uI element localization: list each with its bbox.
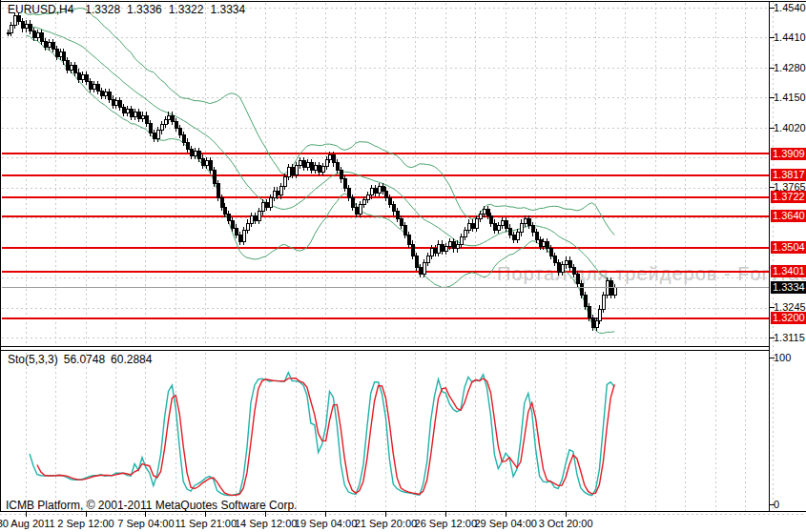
stochastic-d-value: 60.2884 (111, 353, 152, 366)
level-price-label: 1.3200 (771, 312, 806, 324)
symbol-period-label: EURUSD,H4 (8, 3, 73, 16)
copyright-label: ICMB Platform, © 2001-2011 MetaQuotes So… (6, 499, 297, 512)
stochastic-indicator-label: Sto(5,3,3)56.074860.2884 (8, 353, 157, 366)
level-price-label: 1.3817 (771, 169, 806, 181)
stochastic-k-value: 56.0748 (64, 353, 105, 366)
ohlc-high: 1.3336 (127, 3, 162, 16)
stochastic-axis-label: 100 (774, 352, 791, 364)
ohlc-close: 1.3334 (210, 3, 245, 16)
chart-window: Портал для трейдеров - ForTrader.ru EURU… (0, 0, 806, 532)
price-axis-label: 1.4280 (774, 62, 806, 74)
level-price-label: 1.3909 (771, 148, 806, 160)
time-axis-label: 19 Sep 04:00 (295, 518, 357, 529)
time-axis-label: 26 Sep 12:00 (415, 518, 477, 529)
level-price-label: 1.3504 (771, 241, 806, 254)
price-axis-label: 1.4410 (774, 31, 806, 44)
stochastic-axis-label: 0 (774, 499, 779, 511)
time-axis-label: 3 Oct 20:00 (539, 518, 593, 529)
bid-price-label: 1.3334 (771, 281, 806, 294)
level-price-label: 1.3640 (771, 210, 806, 222)
price-axis-label: 1.4020 (774, 122, 806, 134)
time-axis-label: 29 Sep 04:00 (474, 518, 536, 529)
time-axis-label: 2 Sep 12:00 (57, 518, 114, 529)
ohlc-low: 1.3322 (169, 3, 204, 16)
time-axis-label: 30 Aug 2011 (0, 518, 55, 529)
level-price-label: 1.3401 (771, 265, 806, 277)
stochastic-name: Sto(5,3,3) (8, 353, 58, 366)
time-axis-label: 7 Sep 04:00 (117, 518, 174, 529)
price-axis-label: 1.4150 (774, 92, 806, 104)
price-axis-label: 1.4540 (774, 2, 806, 14)
chart-title: EURUSD,H41.33281.33361.33221.3334 (8, 3, 252, 16)
time-axis-label: 14 Sep 12:00 (235, 518, 297, 529)
price-axis-label: 1.3115 (774, 332, 805, 344)
time-axis-label: 11 Sep 21:00 (175, 518, 237, 529)
ohlc-open: 1.3328 (85, 3, 120, 16)
level-price-label: 1.3722 (771, 191, 806, 203)
time-axis-label: 21 Sep 20:00 (355, 518, 417, 529)
chart-canvas[interactable] (0, 0, 806, 532)
